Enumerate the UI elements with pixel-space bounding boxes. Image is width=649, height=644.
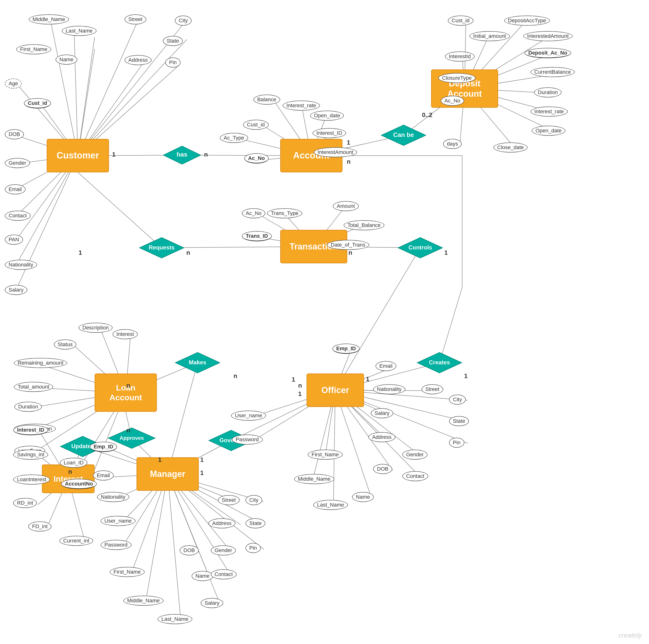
attr-ac-no-dep: Ac_No <box>441 96 464 106</box>
entity-officer: Officer <box>307 373 364 407</box>
attr-interest-rate-dep: Interest_rate <box>530 106 568 117</box>
attr-emp-id-mgr: Emp_ID <box>90 442 117 452</box>
svg-text:Creates: Creates <box>429 359 450 366</box>
attr-dob-mgr: DOB <box>180 545 199 555</box>
attr-ac-type: Ac_Type <box>220 133 248 143</box>
svg-text:Approves: Approves <box>120 435 144 441</box>
attr-address-cust: Address <box>125 55 152 65</box>
watermark: creately <box>618 632 642 639</box>
attr-email-cust: Email <box>5 184 26 194</box>
attr-close-date: Close_date <box>493 142 528 152</box>
card-canbe-n: n <box>347 158 351 166</box>
card-has-1: 1 <box>112 151 116 158</box>
attr-salary-mgr: Salary <box>201 598 223 608</box>
card-ctrl-1: 1 <box>444 249 447 257</box>
attr-password-off: Password <box>232 434 263 445</box>
card-makes-n-mgr: n <box>233 372 237 380</box>
card-ctrl-n: n <box>348 249 352 257</box>
card-approves-1: 1 <box>158 456 162 463</box>
attr-ac-no-acc: Ac_No <box>244 153 269 164</box>
attr-open-date-acc: Open_date <box>310 110 344 121</box>
card-approves-n: n <box>126 427 130 434</box>
card-updates-n: n <box>68 468 72 475</box>
attr-interested-amount: InterestedAmount <box>523 31 573 41</box>
attr-first-name: First_Name <box>16 44 51 54</box>
attr-lastname-off: Last_Name <box>313 500 348 510</box>
card-off-1b: 1 <box>298 390 302 398</box>
attr-middlename-mgr: Middle_Name <box>123 596 164 606</box>
attr-username-mgr: User_name <box>100 516 136 526</box>
svg-text:Can be: Can be <box>393 131 414 138</box>
attr-name-cust: Name <box>55 55 77 65</box>
attr-deposit-acc-type: DepositAccType <box>504 15 550 26</box>
attr-emp-id-off: Emp_ID <box>333 343 360 354</box>
attr-closure-type: ClosureType <box>438 73 476 83</box>
attr-trans-id: Trans_ID <box>242 231 272 241</box>
attr-pan: PAN <box>5 235 23 245</box>
attr-cust-id-dep: Cust_id <box>448 15 473 26</box>
attr-state-off: State <box>449 416 469 426</box>
attr-current-balance: CurrentBalance <box>530 67 575 77</box>
attr-contact-off: Contact <box>402 471 428 481</box>
attr-dob-cust: DOB <box>5 129 24 139</box>
attr-pin-cust: Pin <box>165 57 181 67</box>
attr-total-amount: Total_amount <box>14 382 53 392</box>
attr-firstname-off: First_Name <box>308 450 343 460</box>
attr-firstname-mgr: First_Name <box>110 567 145 577</box>
relationship-creates: Creates <box>417 352 462 373</box>
attr-street: Street <box>125 14 146 25</box>
attr-rd-int: RD_int <box>13 498 37 508</box>
card-off-1c: 1 <box>366 375 369 383</box>
attr-contact-mgr: Contact <box>211 569 236 579</box>
attr-balance: Balance <box>253 95 280 105</box>
attr-last-name: Last_Name <box>62 26 96 36</box>
attr-days: days <box>443 139 462 149</box>
attr-city-mgr: City <box>246 495 262 505</box>
card-off-1a: 1 <box>292 376 295 383</box>
attr-interest-id-dep: InterestId <box>445 51 475 61</box>
entity-customer: Customer <box>47 139 109 172</box>
svg-text:Makes: Makes <box>189 359 206 366</box>
card-req-n: n <box>186 249 190 257</box>
attr-state: State <box>163 36 183 46</box>
card-canbe-02: 0..2 <box>422 111 432 119</box>
attr-remaining-amount: Remaining_amount <box>14 358 67 368</box>
attr-age: Age <box>5 79 22 89</box>
attr-contact-cust: Contact <box>5 211 31 221</box>
attr-trans-type: Trans_Type <box>267 208 302 218</box>
card-creates-n: n <box>298 382 302 389</box>
attr-amount: Amount <box>333 201 359 211</box>
attr-gender-cust: Gender <box>5 158 30 168</box>
attr-interest-amount-acc: InterestAmount <box>314 147 357 157</box>
attr-ac-no-trans: Ac_No <box>242 208 265 218</box>
attr-name-mgr: Name <box>191 571 213 581</box>
attr-username-off: User_name <box>231 411 266 421</box>
card-has-n: n <box>204 151 208 158</box>
attr-interest-loan: Interest <box>113 329 138 339</box>
relationship-makes: Makes <box>175 352 220 373</box>
attr-middlename-off: Middle_Name <box>294 474 334 484</box>
attr-state-mgr: State <box>246 518 265 528</box>
attr-gender-mgr: Gender <box>211 545 236 555</box>
attr-current-int: Current_int <box>59 536 93 546</box>
relationship-has: has <box>163 146 201 165</box>
attr-savings-int: Savings_int <box>13 450 48 460</box>
attr-lastname-mgr: Last_Name <box>158 614 192 624</box>
attr-nationality-mgr: Nationality <box>97 492 129 502</box>
attr-description: Description <box>79 323 113 333</box>
attr-loan-interest: LoanInterest <box>13 474 50 485</box>
attr-duration-dep: Duration <box>534 87 562 97</box>
svg-text:has: has <box>177 151 187 158</box>
attr-account-no: AccountNo <box>61 479 97 489</box>
attr-interest-rate-acc: Interest_rate <box>283 100 320 110</box>
entity-manager: Manager <box>136 457 199 491</box>
card-creates-1: 1 <box>464 372 468 380</box>
attr-salary-cust: Salary <box>5 285 27 295</box>
attr-date-of-trans: Date_of_Trans <box>327 240 369 250</box>
card-governs-1: 1 <box>200 456 204 463</box>
attr-name-off: Name <box>352 492 374 502</box>
svg-text:Controls: Controls <box>408 244 432 251</box>
attr-nationality-off: Nationality <box>373 384 405 394</box>
attr-salary-off: Salary <box>371 408 393 418</box>
card-mgr-1a: 1 <box>200 469 204 477</box>
